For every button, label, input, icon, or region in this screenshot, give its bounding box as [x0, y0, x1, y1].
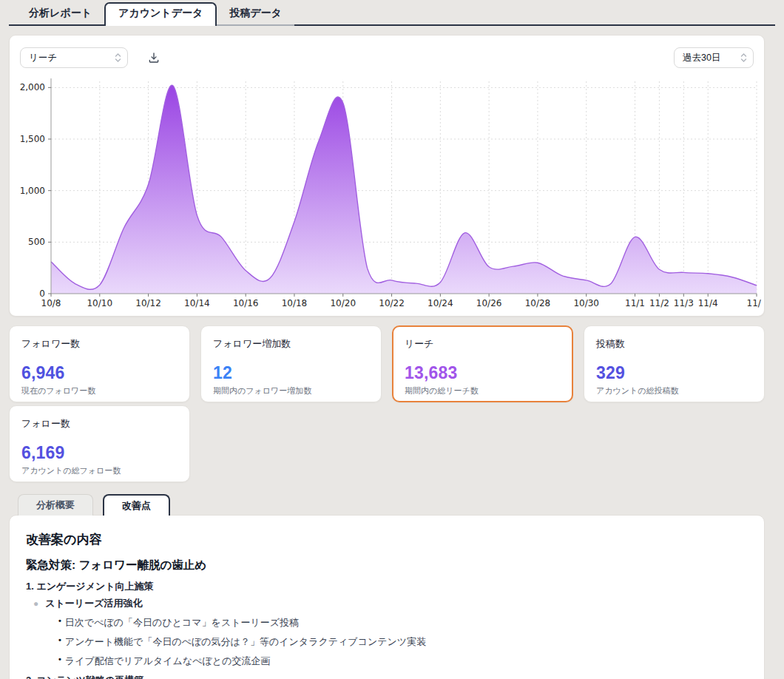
svg-text:10/26: 10/26	[476, 298, 502, 308]
svg-text:10/16: 10/16	[233, 298, 259, 308]
stat-card-value: 6,946	[21, 363, 178, 383]
bullet-icon: •	[58, 616, 61, 625]
svg-text:10/12: 10/12	[135, 298, 161, 308]
stat-card-label: アカウントの総投稿数	[596, 385, 752, 396]
stat-card-title: 投稿数	[596, 337, 752, 351]
stat-card-title: リーチ	[405, 337, 561, 351]
stat-card[interactable]: フォロワー増加数 12 期間内のフォロワー増加数	[200, 325, 382, 402]
sub-list-item: •日次でぺぼの「今日のひとコマ」をストーリーズ投稿	[58, 615, 748, 629]
svg-text:10/24: 10/24	[428, 298, 453, 308]
period-select[interactable]: 過去30日	[674, 47, 754, 68]
top-tab-post-data[interactable]: 投稿データ	[217, 4, 294, 26]
reach-chart-svg: 05001,0001,5002,00010/810/1010/1210/1410…	[16, 74, 761, 312]
svg-text:10/8: 10/8	[41, 298, 61, 308]
stat-card[interactable]: フォロワー数 6,946 現在のフォロワー数	[9, 325, 190, 402]
svg-text:10/14: 10/14	[184, 298, 210, 308]
stat-card-label: 期間内のフォロワー増加数	[213, 385, 369, 396]
stat-card-value: 13,683	[405, 363, 561, 383]
stat-card-value: 6,169	[21, 443, 178, 463]
svg-text:11/1: 11/1	[625, 298, 645, 308]
svg-text:0: 0	[39, 288, 45, 299]
sub-list-item: •ライブ配信でリアルタイムなぺぼとの交流企画	[58, 654, 748, 668]
analysis-tab-bar: 分析概要 改善点	[18, 494, 170, 516]
list-item: ● ストーリーズ活用強化	[33, 597, 748, 610]
stat-card[interactable]: フォロー数 6,169 アカウントの総フォロー数	[9, 405, 190, 482]
period-select-value: 過去30日	[683, 52, 720, 64]
svg-text:10/28: 10/28	[525, 298, 551, 308]
svg-text:2,000: 2,000	[20, 82, 45, 92]
stat-card-value: 329	[596, 363, 752, 383]
bullet-icon: ●	[33, 598, 38, 609]
sub-list-item: •アンケート機能で「今日のぺぼの気分は？」等のインタラクティブコンテンツ実装	[58, 635, 748, 649]
stat-card-title: フォロワー数	[21, 337, 178, 351]
top-tab-bar: 分析レポート アカウントデータ 投稿データ	[9, 5, 775, 26]
top-tab-analysis-report[interactable]: 分析レポート	[16, 4, 104, 24]
improvements-list: 1. エンゲージメント向上施策 ● ストーリーズ活用強化 •日次でぺぼの「今日の…	[26, 580, 748, 679]
stat-card-value: 12	[213, 363, 369, 383]
stat-card-label: 現在のフォロワー数	[21, 385, 178, 396]
stat-card[interactable]: 投稿数 329 アカウントの総投稿数	[584, 325, 765, 402]
svg-text:10/30: 10/30	[573, 298, 599, 308]
analysis-tab-overview[interactable]: 分析概要	[18, 494, 93, 516]
svg-text:500: 500	[28, 237, 45, 247]
svg-text:10/22: 10/22	[379, 298, 405, 308]
list-item: 2. コンテンツ戦略の再構築	[26, 674, 748, 679]
metric-select-value: リーチ	[29, 52, 57, 64]
improvements-subheading: 緊急対策: フォロワー離脱の歯止め	[26, 558, 748, 573]
svg-text:11/4: 11/4	[698, 298, 718, 308]
analysis-tab-improvements[interactable]: 改善点	[103, 494, 170, 516]
download-icon	[147, 51, 160, 64]
stat-card-title: フォロワー増加数	[213, 337, 369, 351]
download-button[interactable]	[147, 51, 162, 66]
stat-card[interactable]: リーチ 13,683 期間内の総リーチ数	[392, 325, 573, 402]
svg-text:10/18: 10/18	[282, 298, 308, 308]
metric-select[interactable]: リーチ	[20, 47, 128, 68]
top-tab-account-data[interactable]: アカウントデータ	[104, 2, 217, 26]
improvements-heading: 改善案の内容	[26, 531, 748, 548]
svg-text:10/20: 10/20	[330, 298, 356, 308]
svg-text:10/10: 10/10	[87, 298, 112, 308]
bullet-icon: •	[58, 655, 61, 663]
svg-text:1,500: 1,500	[20, 134, 45, 144]
stat-card-label: アカウントの総フォロー数	[21, 465, 178, 476]
stat-card-title: フォロー数	[21, 417, 178, 430]
bullet-icon: •	[58, 635, 61, 644]
chevron-updown-icon	[740, 53, 747, 63]
stat-card-label: 期間内の総リーチ数	[405, 385, 561, 396]
chevron-updown-icon	[115, 53, 121, 63]
svg-text:11/2: 11/2	[649, 298, 669, 308]
improvements-panel: 改善案の内容 緊急対策: フォロワー離脱の歯止め 1. エンゲージメント向上施策…	[9, 515, 765, 679]
svg-text:1,000: 1,000	[20, 186, 45, 196]
chart-panel: リーチ 過去30日 05001,0001,5002,00010/810/1010…	[9, 35, 765, 317]
svg-text:11/3: 11/3	[674, 298, 694, 308]
svg-text:11/6: 11/6	[747, 298, 761, 308]
list-item: 1. エンゲージメント向上施策	[26, 580, 748, 593]
